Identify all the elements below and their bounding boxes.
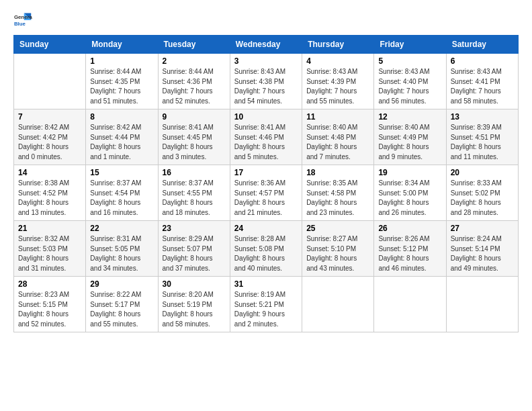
day-number: 29: [90, 279, 153, 289]
calendar-cell: 7Sunrise: 8:42 AMSunset: 4:42 PMDaylight…: [14, 109, 86, 165]
calendar-cell: 17Sunrise: 8:36 AMSunset: 4:57 PMDayligh…: [230, 165, 302, 221]
day-number: 17: [234, 168, 298, 177]
day-number: 10: [234, 112, 298, 122]
calendar-cell: 19Sunrise: 8:34 AMSunset: 5:00 PMDayligh…: [374, 165, 446, 221]
day-number: 18: [306, 168, 369, 177]
calendar-cell: 30Sunrise: 8:20 AMSunset: 5:19 PMDayligh…: [158, 277, 230, 332]
calendar-cell: 1Sunrise: 8:44 AMSunset: 4:35 PMDaylight…: [86, 54, 158, 109]
day-detail: Sunrise: 8:23 AMSunset: 5:15 PMDaylight:…: [18, 290, 81, 329]
day-number: 30: [163, 279, 226, 289]
calendar-cell: 27Sunrise: 8:24 AMSunset: 5:14 PMDayligh…: [446, 221, 518, 277]
day-detail: Sunrise: 8:32 AMSunset: 5:03 PMDaylight:…: [18, 234, 81, 273]
day-detail: Sunrise: 8:43 AMSunset: 4:39 PMDaylight:…: [306, 67, 369, 106]
day-detail: Sunrise: 8:22 AMSunset: 5:17 PMDaylight:…: [90, 290, 153, 329]
day-detail: Sunrise: 8:28 AMSunset: 5:08 PMDaylight:…: [234, 234, 298, 273]
calendar-cell: 13Sunrise: 8:39 AMSunset: 4:51 PMDayligh…: [446, 109, 518, 165]
day-number: 8: [90, 112, 153, 122]
calendar-cell: 3Sunrise: 8:43 AMSunset: 4:38 PMDaylight…: [230, 54, 302, 109]
calendar-table: SundayMondayTuesdayWednesdayThursdayFrid…: [13, 35, 519, 332]
day-detail: Sunrise: 8:41 AMSunset: 4:46 PMDaylight:…: [234, 123, 298, 162]
day-detail: Sunrise: 8:43 AMSunset: 4:38 PMDaylight:…: [234, 67, 298, 106]
day-header-saturday: Saturday: [446, 36, 518, 54]
day-number: 12: [378, 112, 441, 122]
day-header-sunday: Sunday: [14, 36, 86, 54]
day-detail: Sunrise: 8:44 AMSunset: 4:36 PMDaylight:…: [163, 67, 226, 106]
calendar-cell: 10Sunrise: 8:41 AMSunset: 4:46 PMDayligh…: [230, 109, 302, 165]
calendar-cell: 29Sunrise: 8:22 AMSunset: 5:17 PMDayligh…: [86, 277, 158, 332]
day-detail: Sunrise: 8:38 AMSunset: 4:52 PMDaylight:…: [18, 179, 81, 218]
day-detail: Sunrise: 8:20 AMSunset: 5:19 PMDaylight:…: [163, 290, 226, 329]
week-row-3: 21Sunrise: 8:32 AMSunset: 5:03 PMDayligh…: [14, 221, 519, 277]
day-number: 14: [18, 168, 81, 177]
calendar-cell: 9Sunrise: 8:41 AMSunset: 4:45 PMDaylight…: [158, 109, 230, 165]
calendar-cell: 25Sunrise: 8:27 AMSunset: 5:10 PMDayligh…: [302, 221, 374, 277]
day-detail: Sunrise: 8:40 AMSunset: 4:49 PMDaylight:…: [378, 123, 441, 162]
calendar-cell: 16Sunrise: 8:37 AMSunset: 4:55 PMDayligh…: [158, 165, 230, 221]
day-number: 13: [451, 112, 514, 122]
day-number: 24: [234, 224, 298, 233]
week-row-2: 14Sunrise: 8:38 AMSunset: 4:52 PMDayligh…: [14, 165, 519, 221]
header: General Blue: [13, 11, 519, 30]
calendar-cell: 21Sunrise: 8:32 AMSunset: 5:03 PMDayligh…: [14, 221, 86, 277]
logo-icon: General Blue: [13, 11, 32, 30]
day-detail: Sunrise: 8:42 AMSunset: 4:44 PMDaylight:…: [90, 123, 153, 162]
calendar-cell: 6Sunrise: 8:43 AMSunset: 4:41 PMDaylight…: [446, 54, 518, 109]
calendar-cell: 18Sunrise: 8:35 AMSunset: 4:58 PMDayligh…: [302, 165, 374, 221]
calendar-cell: 31Sunrise: 8:19 AMSunset: 5:21 PMDayligh…: [230, 277, 302, 332]
day-number: 4: [306, 56, 369, 66]
day-detail: Sunrise: 8:36 AMSunset: 4:57 PMDaylight:…: [234, 179, 298, 218]
day-detail: Sunrise: 8:31 AMSunset: 5:05 PMDaylight:…: [90, 234, 153, 273]
day-header-monday: Monday: [86, 36, 158, 54]
calendar-cell: 23Sunrise: 8:29 AMSunset: 5:07 PMDayligh…: [158, 221, 230, 277]
day-detail: Sunrise: 8:40 AMSunset: 4:48 PMDaylight:…: [306, 123, 369, 162]
day-detail: Sunrise: 8:33 AMSunset: 5:02 PMDaylight:…: [451, 179, 514, 218]
calendar-cell: 24Sunrise: 8:28 AMSunset: 5:08 PMDayligh…: [230, 221, 302, 277]
day-number: 25: [306, 224, 369, 233]
calendar-cell: 14Sunrise: 8:38 AMSunset: 4:52 PMDayligh…: [14, 165, 86, 221]
day-detail: Sunrise: 8:34 AMSunset: 5:00 PMDaylight:…: [378, 179, 441, 218]
day-number: 19: [378, 168, 441, 177]
logo: General Blue: [13, 11, 32, 30]
calendar-cell: [446, 277, 518, 332]
calendar-cell: [302, 277, 374, 332]
day-number: 16: [163, 168, 226, 177]
day-detail: Sunrise: 8:42 AMSunset: 4:42 PMDaylight:…: [18, 123, 81, 162]
calendar-cell: 12Sunrise: 8:40 AMSunset: 4:49 PMDayligh…: [374, 109, 446, 165]
calendar-header-row: SundayMondayTuesdayWednesdayThursdayFrid…: [14, 36, 519, 54]
day-number: 1: [90, 56, 153, 66]
day-number: 2: [163, 56, 226, 66]
page: General Blue SundayMondayTuesdayWednesda…: [0, 0, 532, 339]
day-number: 22: [90, 224, 153, 233]
day-detail: Sunrise: 8:44 AMSunset: 4:35 PMDaylight:…: [90, 67, 153, 106]
calendar-cell: 28Sunrise: 8:23 AMSunset: 5:15 PMDayligh…: [14, 277, 86, 332]
day-detail: Sunrise: 8:19 AMSunset: 5:21 PMDaylight:…: [234, 290, 298, 329]
week-row-4: 28Sunrise: 8:23 AMSunset: 5:15 PMDayligh…: [14, 277, 519, 332]
day-detail: Sunrise: 8:26 AMSunset: 5:12 PMDaylight:…: [378, 234, 441, 273]
week-row-1: 7Sunrise: 8:42 AMSunset: 4:42 PMDaylight…: [14, 109, 519, 165]
calendar-cell: 2Sunrise: 8:44 AMSunset: 4:36 PMDaylight…: [158, 54, 230, 109]
calendar-cell: [374, 277, 446, 332]
day-detail: Sunrise: 8:29 AMSunset: 5:07 PMDaylight:…: [163, 234, 226, 273]
day-detail: Sunrise: 8:35 AMSunset: 4:58 PMDaylight:…: [306, 179, 369, 218]
day-detail: Sunrise: 8:27 AMSunset: 5:10 PMDaylight:…: [306, 234, 369, 273]
calendar-cell: 8Sunrise: 8:42 AMSunset: 4:44 PMDaylight…: [86, 109, 158, 165]
calendar-cell: 20Sunrise: 8:33 AMSunset: 5:02 PMDayligh…: [446, 165, 518, 221]
calendar-cell: 5Sunrise: 8:43 AMSunset: 4:40 PMDaylight…: [374, 54, 446, 109]
week-row-0: 1Sunrise: 8:44 AMSunset: 4:35 PMDaylight…: [14, 54, 519, 109]
day-number: 9: [163, 112, 226, 122]
day-number: 7: [18, 112, 81, 122]
day-number: 21: [18, 224, 81, 233]
calendar-cell: 22Sunrise: 8:31 AMSunset: 5:05 PMDayligh…: [86, 221, 158, 277]
day-number: 5: [378, 56, 441, 66]
day-number: 6: [451, 56, 514, 66]
svg-text:General: General: [14, 14, 32, 20]
day-number: 3: [234, 56, 298, 66]
day-header-wednesday: Wednesday: [230, 36, 302, 54]
day-detail: Sunrise: 8:37 AMSunset: 4:55 PMDaylight:…: [163, 179, 226, 218]
day-number: 15: [90, 168, 153, 177]
calendar-cell: [14, 54, 86, 109]
day-detail: Sunrise: 8:39 AMSunset: 4:51 PMDaylight:…: [451, 123, 514, 162]
day-number: 20: [451, 168, 514, 177]
day-detail: Sunrise: 8:37 AMSunset: 4:54 PMDaylight:…: [90, 179, 153, 218]
calendar-cell: 11Sunrise: 8:40 AMSunset: 4:48 PMDayligh…: [302, 109, 374, 165]
